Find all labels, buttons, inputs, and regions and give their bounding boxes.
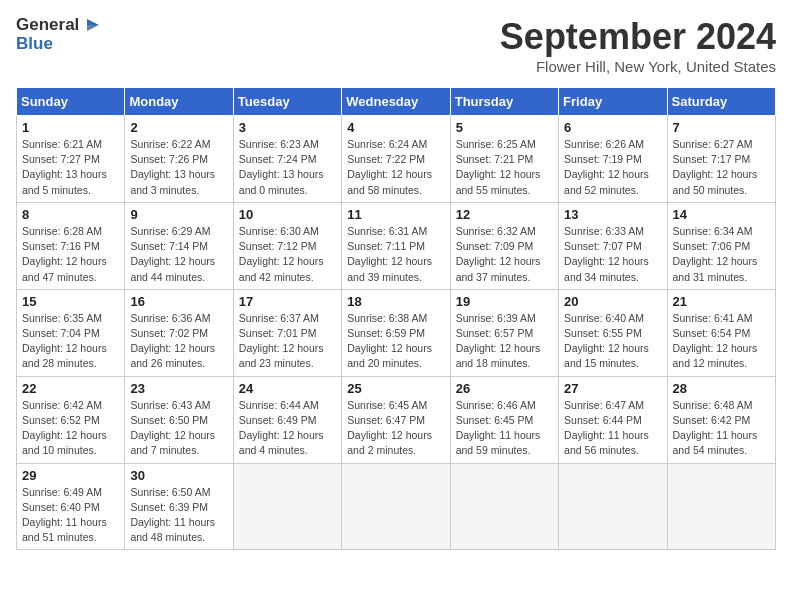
title-block: September 2024 Flower Hill, New York, Un…: [500, 16, 776, 75]
calendar-week-row: 29 Sunrise: 6:49 AM Sunset: 6:40 PM Dayl…: [17, 463, 776, 550]
calendar-day-cell: 7 Sunrise: 6:27 AM Sunset: 7:17 PM Dayli…: [667, 116, 775, 203]
day-info: Sunrise: 6:50 AM Sunset: 6:39 PM Dayligh…: [130, 485, 227, 546]
calendar-day-cell: 27 Sunrise: 6:47 AM Sunset: 6:44 PM Dayl…: [559, 376, 667, 463]
calendar-day-cell: 2 Sunrise: 6:22 AM Sunset: 7:26 PM Dayli…: [125, 116, 233, 203]
calendar-day-cell: 8 Sunrise: 6:28 AM Sunset: 7:16 PM Dayli…: [17, 202, 125, 289]
day-info: Sunrise: 6:30 AM Sunset: 7:12 PM Dayligh…: [239, 224, 336, 285]
day-info: Sunrise: 6:40 AM Sunset: 6:55 PM Dayligh…: [564, 311, 661, 372]
day-number: 14: [673, 207, 770, 222]
day-info: Sunrise: 6:49 AM Sunset: 6:40 PM Dayligh…: [22, 485, 119, 546]
calendar-day-cell: 24 Sunrise: 6:44 AM Sunset: 6:49 PM Dayl…: [233, 376, 341, 463]
day-number: 10: [239, 207, 336, 222]
calendar-day-cell: 21 Sunrise: 6:41 AM Sunset: 6:54 PM Dayl…: [667, 289, 775, 376]
calendar-week-row: 1 Sunrise: 6:21 AM Sunset: 7:27 PM Dayli…: [17, 116, 776, 203]
calendar-day-cell: 22 Sunrise: 6:42 AM Sunset: 6:52 PM Dayl…: [17, 376, 125, 463]
day-number: 11: [347, 207, 444, 222]
calendar-day-cell: 13 Sunrise: 6:33 AM Sunset: 7:07 PM Dayl…: [559, 202, 667, 289]
weekday-header: Friday: [559, 88, 667, 116]
page-header: General Blue September 2024 Flower Hill,…: [16, 16, 776, 75]
day-info: Sunrise: 6:28 AM Sunset: 7:16 PM Dayligh…: [22, 224, 119, 285]
calendar-day-cell: 3 Sunrise: 6:23 AM Sunset: 7:24 PM Dayli…: [233, 116, 341, 203]
weekday-header: Thursday: [450, 88, 558, 116]
day-number: 6: [564, 120, 661, 135]
calendar-day-cell: 29 Sunrise: 6:49 AM Sunset: 6:40 PM Dayl…: [17, 463, 125, 550]
logo-wordmark: General Blue: [16, 16, 99, 53]
calendar-day-cell: 28 Sunrise: 6:48 AM Sunset: 6:42 PM Dayl…: [667, 376, 775, 463]
day-number: 3: [239, 120, 336, 135]
day-number: 4: [347, 120, 444, 135]
calendar-day-cell: 26 Sunrise: 6:46 AM Sunset: 6:45 PM Dayl…: [450, 376, 558, 463]
day-number: 30: [130, 468, 227, 483]
calendar-day-cell: 20 Sunrise: 6:40 AM Sunset: 6:55 PM Dayl…: [559, 289, 667, 376]
day-info: Sunrise: 6:41 AM Sunset: 6:54 PM Dayligh…: [673, 311, 770, 372]
svg-marker-0: [87, 19, 99, 25]
day-number: 13: [564, 207, 661, 222]
day-info: Sunrise: 6:35 AM Sunset: 7:04 PM Dayligh…: [22, 311, 119, 372]
day-number: 16: [130, 294, 227, 309]
logo-general-text: General: [16, 16, 79, 35]
calendar-table: SundayMondayTuesdayWednesdayThursdayFrid…: [16, 87, 776, 550]
day-info: Sunrise: 6:31 AM Sunset: 7:11 PM Dayligh…: [347, 224, 444, 285]
day-info: Sunrise: 6:37 AM Sunset: 7:01 PM Dayligh…: [239, 311, 336, 372]
svg-marker-1: [87, 25, 99, 31]
day-number: 18: [347, 294, 444, 309]
calendar-day-cell: 6 Sunrise: 6:26 AM Sunset: 7:19 PM Dayli…: [559, 116, 667, 203]
day-info: Sunrise: 6:38 AM Sunset: 6:59 PM Dayligh…: [347, 311, 444, 372]
day-info: Sunrise: 6:27 AM Sunset: 7:17 PM Dayligh…: [673, 137, 770, 198]
day-info: Sunrise: 6:23 AM Sunset: 7:24 PM Dayligh…: [239, 137, 336, 198]
day-info: Sunrise: 6:34 AM Sunset: 7:06 PM Dayligh…: [673, 224, 770, 285]
day-number: 25: [347, 381, 444, 396]
day-info: Sunrise: 6:24 AM Sunset: 7:22 PM Dayligh…: [347, 137, 444, 198]
logo-blue-text: Blue: [16, 35, 53, 54]
day-info: Sunrise: 6:21 AM Sunset: 7:27 PM Dayligh…: [22, 137, 119, 198]
weekday-header: Monday: [125, 88, 233, 116]
calendar-day-cell: 30 Sunrise: 6:50 AM Sunset: 6:39 PM Dayl…: [125, 463, 233, 550]
day-info: Sunrise: 6:26 AM Sunset: 7:19 PM Dayligh…: [564, 137, 661, 198]
day-number: 24: [239, 381, 336, 396]
calendar-week-row: 8 Sunrise: 6:28 AM Sunset: 7:16 PM Dayli…: [17, 202, 776, 289]
calendar-day-cell: 1 Sunrise: 6:21 AM Sunset: 7:27 PM Dayli…: [17, 116, 125, 203]
calendar-day-cell: [342, 463, 450, 550]
day-info: Sunrise: 6:45 AM Sunset: 6:47 PM Dayligh…: [347, 398, 444, 459]
day-info: Sunrise: 6:36 AM Sunset: 7:02 PM Dayligh…: [130, 311, 227, 372]
day-info: Sunrise: 6:48 AM Sunset: 6:42 PM Dayligh…: [673, 398, 770, 459]
calendar-day-cell: 19 Sunrise: 6:39 AM Sunset: 6:57 PM Dayl…: [450, 289, 558, 376]
day-number: 15: [22, 294, 119, 309]
day-number: 12: [456, 207, 553, 222]
day-info: Sunrise: 6:29 AM Sunset: 7:14 PM Dayligh…: [130, 224, 227, 285]
day-number: 2: [130, 120, 227, 135]
day-number: 26: [456, 381, 553, 396]
calendar-day-cell: 23 Sunrise: 6:43 AM Sunset: 6:50 PM Dayl…: [125, 376, 233, 463]
calendar-day-cell: 4 Sunrise: 6:24 AM Sunset: 7:22 PM Dayli…: [342, 116, 450, 203]
day-info: Sunrise: 6:44 AM Sunset: 6:49 PM Dayligh…: [239, 398, 336, 459]
calendar-day-cell: 14 Sunrise: 6:34 AM Sunset: 7:06 PM Dayl…: [667, 202, 775, 289]
calendar-day-cell: 9 Sunrise: 6:29 AM Sunset: 7:14 PM Dayli…: [125, 202, 233, 289]
location-title: Flower Hill, New York, United States: [500, 58, 776, 75]
day-info: Sunrise: 6:25 AM Sunset: 7:21 PM Dayligh…: [456, 137, 553, 198]
calendar-day-cell: 11 Sunrise: 6:31 AM Sunset: 7:11 PM Dayl…: [342, 202, 450, 289]
calendar-day-cell: 12 Sunrise: 6:32 AM Sunset: 7:09 PM Dayl…: [450, 202, 558, 289]
weekday-header: Saturday: [667, 88, 775, 116]
day-number: 1: [22, 120, 119, 135]
day-number: 17: [239, 294, 336, 309]
calendar-day-cell: 18 Sunrise: 6:38 AM Sunset: 6:59 PM Dayl…: [342, 289, 450, 376]
calendar-day-cell: 10 Sunrise: 6:30 AM Sunset: 7:12 PM Dayl…: [233, 202, 341, 289]
month-title: September 2024: [500, 16, 776, 58]
day-number: 20: [564, 294, 661, 309]
calendar-week-row: 15 Sunrise: 6:35 AM Sunset: 7:04 PM Dayl…: [17, 289, 776, 376]
calendar-day-cell: 16 Sunrise: 6:36 AM Sunset: 7:02 PM Dayl…: [125, 289, 233, 376]
day-info: Sunrise: 6:42 AM Sunset: 6:52 PM Dayligh…: [22, 398, 119, 459]
day-info: Sunrise: 6:32 AM Sunset: 7:09 PM Dayligh…: [456, 224, 553, 285]
day-number: 22: [22, 381, 119, 396]
day-number: 28: [673, 381, 770, 396]
calendar-day-cell: 5 Sunrise: 6:25 AM Sunset: 7:21 PM Dayli…: [450, 116, 558, 203]
calendar-day-cell: 25 Sunrise: 6:45 AM Sunset: 6:47 PM Dayl…: [342, 376, 450, 463]
day-number: 27: [564, 381, 661, 396]
day-number: 23: [130, 381, 227, 396]
calendar-day-cell: 15 Sunrise: 6:35 AM Sunset: 7:04 PM Dayl…: [17, 289, 125, 376]
day-info: Sunrise: 6:22 AM Sunset: 7:26 PM Dayligh…: [130, 137, 227, 198]
calendar-week-row: 22 Sunrise: 6:42 AM Sunset: 6:52 PM Dayl…: [17, 376, 776, 463]
calendar-header-row: SundayMondayTuesdayWednesdayThursdayFrid…: [17, 88, 776, 116]
calendar-day-cell: 17 Sunrise: 6:37 AM Sunset: 7:01 PM Dayl…: [233, 289, 341, 376]
calendar-day-cell: [450, 463, 558, 550]
